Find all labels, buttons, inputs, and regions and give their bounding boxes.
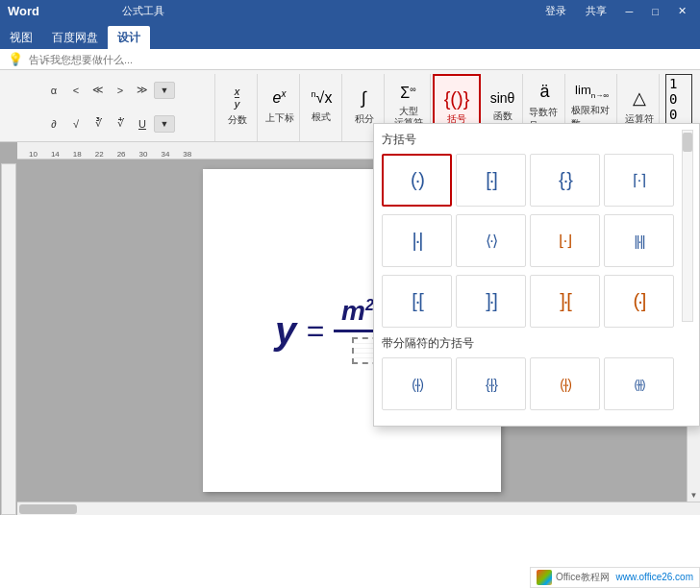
lt-sym[interactable]: < bbox=[65, 82, 87, 99]
formula-equals: = bbox=[306, 313, 324, 349]
login-button[interactable]: 登录 bbox=[539, 4, 572, 18]
cbrt-sym[interactable]: ∛ bbox=[88, 115, 109, 133]
bracket-cell-14[interactable]: (·|·) bbox=[530, 357, 600, 410]
bracket-sym-1: [·] bbox=[486, 169, 496, 191]
app-name: Word bbox=[8, 4, 39, 18]
title-bar-right: 登录 共享 ─ □ ✕ bbox=[539, 4, 692, 18]
ribbon-tabs-bar: 视图 百度网盘 设计 bbox=[0, 22, 700, 49]
bracket-cell-10[interactable]: ]·[ bbox=[530, 275, 600, 328]
partial-sym[interactable]: ∂ bbox=[43, 115, 64, 133]
more-sym-2[interactable]: ▼ bbox=[154, 115, 175, 133]
office-logo bbox=[537, 570, 552, 585]
integral-label: 积分 bbox=[355, 112, 374, 126]
bracket-sym-2: {·} bbox=[559, 169, 571, 191]
ggt-sym[interactable]: ≫ bbox=[132, 82, 153, 99]
symbols-row-1: α < ≪ > ≫ ▼ bbox=[43, 82, 175, 99]
formula-tools-tab-label: 公式工具 bbox=[122, 4, 164, 18]
bracket-cell-3[interactable]: ⌈·⌉ bbox=[604, 154, 674, 207]
bracket-section-title: 方括号 bbox=[382, 132, 691, 148]
bracket-sym-14: (·|·) bbox=[560, 377, 570, 392]
ruler-mark-18: 18 bbox=[73, 150, 82, 159]
bracket-cell-4[interactable]: |·| bbox=[382, 214, 452, 267]
bracket-sym-12: (·|·) bbox=[412, 377, 422, 392]
bracket-grid-1: (·) [·] {·} ⌈·⌉ bbox=[382, 154, 691, 207]
bracket-sym-7: ‖·‖ bbox=[634, 233, 645, 249]
bracket-sym-8: [·[ bbox=[412, 290, 422, 312]
bracket-cell-1[interactable]: [·] bbox=[456, 154, 526, 207]
radical-icon: n√x bbox=[312, 89, 333, 107]
bracket-sym-10: ]·[ bbox=[560, 290, 570, 312]
superscript-label: 上下标 bbox=[265, 111, 294, 125]
superscript-btn-wrapper[interactable]: ex 上下标 bbox=[265, 74, 294, 139]
panel-scroll-thumb[interactable] bbox=[683, 133, 692, 152]
accent-icon: ä bbox=[539, 82, 549, 102]
panel-scrollbar[interactable] bbox=[682, 130, 693, 322]
search-lightbulb-icon: 💡 bbox=[8, 52, 23, 66]
bracket-grid-3: [·[ ]·] ]·[ (·] bbox=[382, 275, 691, 328]
fraction-label: 分数 bbox=[228, 113, 247, 127]
fraction-group: x y 分数 bbox=[217, 74, 258, 141]
radical-btn-wrapper[interactable]: n√x 根式 bbox=[312, 74, 333, 139]
vertical-ruler bbox=[1, 163, 16, 515]
tab-view[interactable]: 视图 bbox=[0, 26, 42, 49]
bracket-sym-11: (·] bbox=[634, 290, 645, 312]
integral-icon: ∫ bbox=[362, 88, 366, 109]
bracket-cell-7[interactable]: ‖·‖ bbox=[604, 214, 674, 267]
close-button[interactable]: ✕ bbox=[672, 5, 692, 17]
gt-sym[interactable]: > bbox=[110, 82, 131, 99]
symbols-group-items: α < ≪ > ≫ ▼ ∂ √ ∛ ∜ U ▼ bbox=[8, 74, 211, 139]
radical-group: n√x 根式 bbox=[302, 74, 342, 141]
ruler-mark-34: 34 bbox=[161, 150, 169, 159]
operator-icon: △ bbox=[633, 87, 646, 109]
ribbon-search-bar: 💡 bbox=[0, 49, 700, 70]
watermark-url: www.office26.com bbox=[616, 572, 693, 582]
fraction-btn-wrapper[interactable]: x y 分数 bbox=[228, 74, 247, 139]
bracket-cell-15[interactable]: (·|·|·) bbox=[604, 357, 674, 410]
watermark-bar: Office教程网 www.office26.com bbox=[530, 567, 700, 588]
ruler-mark-26: 26 bbox=[117, 150, 126, 159]
hscroll-thumb[interactable] bbox=[19, 504, 77, 514]
bracket-cell-12[interactable]: (·|·) bbox=[382, 357, 452, 410]
share-button[interactable]: 共享 bbox=[580, 4, 612, 18]
tab-baidu[interactable]: 百度网盘 bbox=[42, 26, 108, 49]
bracket-cell-0[interactable]: (·) bbox=[382, 154, 452, 207]
large-ops-icon: Σ∞ bbox=[400, 85, 415, 102]
fraction-icon: x y bbox=[235, 86, 240, 110]
bracket-cell-11[interactable]: (·] bbox=[604, 275, 674, 328]
search-input[interactable] bbox=[29, 54, 269, 65]
function-icon: sinθ bbox=[490, 90, 515, 106]
scroll-down-arrow[interactable]: ▼ bbox=[690, 491, 698, 500]
bracket-icon: {()} bbox=[444, 88, 470, 110]
bracket-grid-4: (·|·) {·|·} (·|·) (·|·|·) bbox=[382, 357, 691, 410]
ruler-mark-14: 14 bbox=[51, 150, 60, 159]
bracket-cell-6[interactable]: ⌊·⌋ bbox=[530, 214, 600, 267]
tab-design[interactable]: 设计 bbox=[108, 26, 150, 49]
bracket-grid-2: |·| ⟨·⟩ ⌊·⌋ ‖·‖ bbox=[382, 214, 691, 267]
ruler-mark-38: 38 bbox=[183, 150, 191, 159]
union-sym[interactable]: U bbox=[132, 115, 153, 133]
radical-label: 根式 bbox=[312, 110, 331, 124]
ruler-mark-30: 30 bbox=[139, 150, 148, 159]
more-sym[interactable]: ▼ bbox=[154, 82, 175, 99]
ruler-mark-10: 10 bbox=[29, 150, 38, 159]
integral-btn-wrapper[interactable]: ∫ 积分 bbox=[355, 74, 374, 139]
llt-sym[interactable]: ≪ bbox=[88, 82, 109, 99]
bracket-sym-0: (·) bbox=[411, 169, 423, 191]
bracket-sym-4: |·| bbox=[412, 230, 422, 252]
formula-m: m bbox=[341, 296, 365, 326]
watermark-text: Office教程网 www.office26.com bbox=[556, 571, 693, 584]
minimize-button[interactable]: ─ bbox=[620, 6, 639, 17]
formula-y: y bbox=[275, 309, 296, 353]
bracket-cell-13[interactable]: {·|·} bbox=[456, 357, 526, 410]
superscript-icon: ex bbox=[273, 88, 287, 107]
bracket-sym-13: {·|·} bbox=[486, 377, 496, 392]
sqrt-sym[interactable]: √ bbox=[65, 115, 87, 133]
bracket-cell-5[interactable]: ⟨·⟩ bbox=[456, 214, 526, 267]
bracket-cell-9[interactable]: ]·] bbox=[456, 275, 526, 328]
bracket-cell-2[interactable]: {·} bbox=[530, 154, 600, 207]
watermark-site-name: Office教程网 bbox=[556, 572, 610, 582]
bracket-cell-8[interactable]: [·[ bbox=[382, 275, 452, 328]
maximize-button[interactable]: □ bbox=[646, 6, 664, 17]
qrt-sym[interactable]: ∜ bbox=[110, 115, 131, 133]
alpha-sym[interactable]: α bbox=[43, 82, 64, 99]
